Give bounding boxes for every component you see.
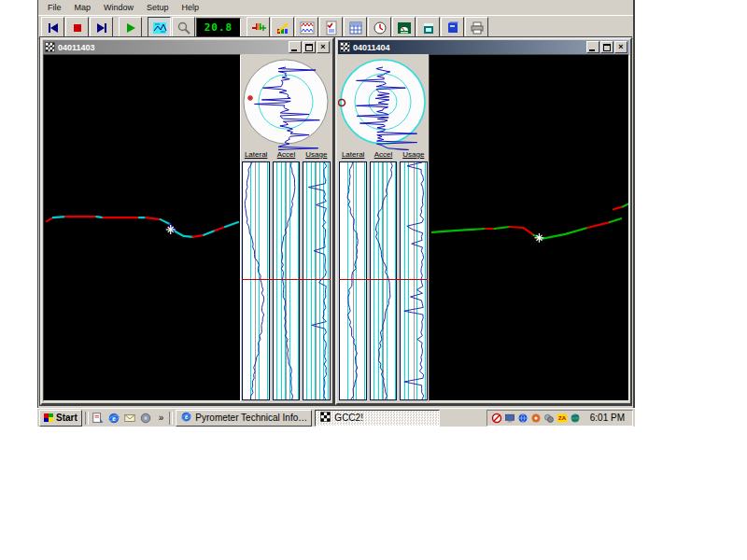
zonealarm-icon[interactable]: ZA bbox=[557, 413, 568, 424]
checkered-flag-icon bbox=[45, 42, 55, 52]
connection-icon[interactable] bbox=[543, 413, 555, 424]
internet-explorer-icon[interactable]: e bbox=[107, 411, 121, 425]
strip-chart-labels: Lateral Accel Usage bbox=[338, 150, 429, 161]
menu-map[interactable]: Map bbox=[69, 3, 97, 12]
zoom-tool-button[interactable] bbox=[172, 17, 195, 38]
system-tray: ZA 6:01 PM bbox=[486, 410, 633, 427]
cd-icon[interactable] bbox=[530, 413, 542, 424]
app-window: File Map Window Setup Help 20.8 04011403… bbox=[37, 0, 635, 408]
window-title: 04011404 bbox=[353, 43, 390, 52]
taskbar-divider bbox=[85, 412, 89, 425]
usage-strip-chart[interactable] bbox=[303, 161, 331, 400]
accel-strip-chart[interactable] bbox=[370, 161, 398, 400]
overflow-chevron[interactable]: » bbox=[156, 413, 167, 423]
taskbar-task-pyrometer[interactable]: e Pyrometer Technical Infor... bbox=[176, 410, 312, 427]
checkered-flag-icon bbox=[319, 411, 331, 425]
waveform-button[interactable] bbox=[295, 17, 318, 38]
menu-file[interactable]: File bbox=[42, 3, 67, 12]
close-button[interactable]: × bbox=[317, 41, 330, 53]
skip-end-button[interactable] bbox=[90, 17, 113, 38]
label-usage: Usage bbox=[302, 150, 331, 161]
label-usage: Usage bbox=[399, 150, 429, 161]
restore-button[interactable] bbox=[303, 41, 316, 53]
measure-button[interactable] bbox=[247, 17, 270, 38]
lateral-strip-chart[interactable] bbox=[242, 161, 270, 400]
task-label: Pyrometer Technical Infor... bbox=[195, 413, 307, 423]
start-label: Start bbox=[56, 413, 78, 423]
play-button[interactable] bbox=[119, 17, 142, 38]
quick-launch-bar: e bbox=[92, 411, 153, 425]
world-icon[interactable] bbox=[570, 413, 581, 424]
window-title: 04011403 bbox=[58, 43, 95, 52]
taskbar-divider bbox=[169, 412, 173, 425]
restore-button[interactable] bbox=[600, 41, 613, 53]
mail-icon[interactable] bbox=[123, 411, 137, 425]
show-desktop-icon[interactable] bbox=[92, 411, 106, 425]
windows-logo-icon bbox=[44, 413, 53, 422]
track-map-2[interactable] bbox=[429, 54, 629, 401]
usage-strip-chart[interactable] bbox=[400, 161, 428, 400]
speed-lcd: 20.8 bbox=[196, 18, 241, 37]
label-accel: Accel bbox=[368, 150, 398, 161]
notebook-button[interactable] bbox=[441, 17, 464, 38]
map-view-button[interactable] bbox=[148, 17, 171, 38]
label-accel: Accel bbox=[271, 150, 301, 161]
skip-start-button[interactable] bbox=[41, 17, 64, 38]
time-cursor-line bbox=[339, 279, 428, 280]
media-icon[interactable] bbox=[139, 411, 153, 425]
start-button[interactable]: Start bbox=[39, 410, 82, 427]
screenshot-canvas: File Map Window Setup Help 20.8 04011403… bbox=[0, 0, 747, 560]
minimize-button[interactable] bbox=[289, 41, 302, 53]
strip-charts-2 bbox=[338, 161, 429, 401]
accel-strip-chart[interactable] bbox=[273, 161, 301, 400]
label-lateral: Lateral bbox=[338, 150, 368, 161]
svg-text:ZA: ZA bbox=[558, 415, 567, 421]
print-button[interactable] bbox=[465, 17, 488, 38]
strip-charts-1 bbox=[241, 161, 331, 401]
task-label: GCC2! bbox=[334, 413, 363, 423]
menu-bar: File Map Window Setup Help bbox=[38, 0, 633, 15]
database-button[interactable] bbox=[416, 17, 440, 38]
menu-setup[interactable]: Setup bbox=[141, 3, 175, 12]
taskbar-clock: 6:01 PM bbox=[583, 413, 628, 423]
gauge-button[interactable] bbox=[392, 17, 416, 38]
svg-text:e: e bbox=[113, 413, 117, 422]
minimize-button[interactable] bbox=[586, 41, 599, 53]
time-cursor-line bbox=[242, 279, 331, 280]
data-window-04011403: 04011403 × bbox=[40, 37, 334, 405]
track-map-1[interactable] bbox=[43, 54, 241, 401]
desktop: File Map Window Setup Help 20.8 04011403… bbox=[37, 0, 635, 427]
grid-button[interactable] bbox=[344, 17, 367, 38]
mdi-client-area: 04011403 × bbox=[39, 36, 632, 406]
data-window-04011404: 04011404 × Lateral Accel bbox=[335, 37, 632, 405]
network-globe-icon[interactable] bbox=[517, 413, 529, 424]
label-lateral: Lateral bbox=[241, 150, 271, 161]
menu-window[interactable]: Window bbox=[98, 3, 139, 12]
internet-explorer-icon: e bbox=[180, 411, 192, 425]
titlebar-04011403[interactable]: 04011403 × bbox=[43, 40, 331, 54]
stop-button[interactable] bbox=[65, 17, 89, 38]
display-icon[interactable] bbox=[504, 413, 515, 424]
alert-icon[interactable] bbox=[491, 413, 502, 424]
friction-circle-2 bbox=[338, 54, 429, 150]
chart-button[interactable] bbox=[271, 17, 294, 38]
lateral-strip-chart[interactable] bbox=[339, 161, 367, 400]
titlebar-04011404[interactable]: 04011404 × bbox=[338, 40, 629, 54]
taskbar: Start e » e Pyrometer Technical Infor...… bbox=[37, 408, 635, 427]
friction-circle-1 bbox=[241, 54, 331, 150]
close-button[interactable]: × bbox=[614, 41, 627, 53]
taskbar-task-gcc2[interactable]: GCC2! bbox=[315, 410, 440, 427]
time-button[interactable] bbox=[368, 17, 391, 38]
strip-chart-labels: Lateral Accel Usage bbox=[241, 150, 331, 161]
menu-help[interactable]: Help bbox=[176, 3, 205, 12]
checkered-flag-icon bbox=[340, 42, 350, 52]
report-button[interactable] bbox=[319, 17, 343, 38]
